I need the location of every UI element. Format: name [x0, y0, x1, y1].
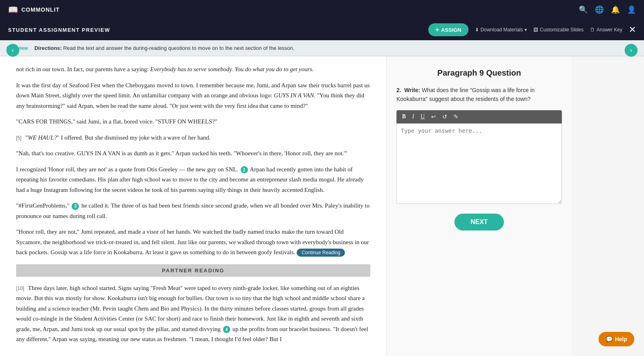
chevron-down-icon: ▾: [524, 27, 527, 33]
paragraph-nah: "Nah, that's too creative. GUYS IN A VAN…: [16, 148, 370, 159]
download-materials-button[interactable]: ⬇ Download Materials ▾: [475, 27, 527, 33]
paragraph-cars: "CARS FOR THINGS," said Jumi, in a flat,…: [16, 117, 370, 127]
slides-icon: 🖼: [533, 27, 538, 33]
question-body: 2. Write: What does the line "Gossip was…: [396, 86, 562, 104]
text-content: not rich in our town. In fact, our paren…: [16, 64, 370, 345]
globe-icon[interactable]: 🌐: [595, 5, 604, 14]
redo-button[interactable]: ↺: [441, 113, 449, 121]
search-icon[interactable]: 🔍: [579, 5, 588, 14]
book-icon: 📖: [8, 5, 18, 14]
main-layout: not rich in our town. In fact, our paren…: [0, 56, 644, 356]
download-icon: ⬇: [475, 27, 479, 33]
directions-bar: Overview Directions: Read the text and a…: [0, 40, 644, 56]
annotation-badge-3[interactable]: 3: [72, 203, 79, 210]
top-navigation: 📖 COMMONLIT 🔍 🌐 🔔 👤: [0, 0, 644, 19]
annotation-badge-4[interactable]: 4: [223, 326, 230, 333]
paragraph-10: [10] Three days later, high school start…: [16, 283, 370, 345]
customizable-slides-button[interactable]: 🖼 Customizable Slides: [533, 27, 584, 33]
close-button[interactable]: ✕: [629, 25, 636, 35]
help-icon: 💬: [606, 336, 613, 342]
undo-button[interactable]: ↩: [429, 113, 438, 121]
continue-reading-button[interactable]: Continue Reading: [297, 249, 345, 257]
logo-text: COMMONLIT: [21, 6, 60, 13]
paragraph-otis: I recognized 'Honor roll, they are not' …: [16, 165, 370, 195]
assignment-bar: STUDENT ASSIGNMENT PREVIEW ASSIGN ⬇ Down…: [0, 19, 644, 40]
assign-button[interactable]: ASSIGN: [428, 23, 469, 36]
page-title: STUDENT ASSIGNMENT PREVIEW: [8, 27, 110, 33]
logo-area: 📖 COMMONLIT: [8, 5, 60, 14]
user-icon[interactable]: 👤: [627, 5, 636, 14]
highlight-toolbar-button[interactable]: ✎: [452, 113, 460, 121]
editor-toolbar: B I U ↩ ↺ ✎: [396, 110, 562, 123]
answer-input[interactable]: [396, 123, 562, 204]
reading-panel: not rich in our town. In fact, our paren…: [0, 56, 386, 356]
paragraph-intro: not rich in our town. In fact, our paren…: [16, 64, 370, 75]
question-panel: Paragraph 9 Question 2. Write: What does…: [386, 56, 572, 356]
paragraph-firstgen: "#FirstGenProblems," 3 he called it. The…: [16, 201, 370, 221]
italic-button[interactable]: I: [411, 113, 416, 121]
annotation-badge-2[interactable]: 2: [241, 166, 248, 173]
paragraph-5: [5] "WE HAUL?" I offered. But she dismis…: [16, 133, 370, 143]
paragraph-seafood: It was the first day of Seafood Fest whe…: [16, 80, 370, 111]
key-icon: 🗒: [590, 27, 595, 33]
nav-icons: 🔍 🌐 🔔 👤: [579, 5, 636, 14]
next-button[interactable]: NEXT: [454, 214, 504, 230]
next-arrow-button[interactable]: ›: [625, 44, 638, 57]
question-number: 2.: [396, 87, 401, 93]
help-button[interactable]: 💬 Help: [599, 332, 634, 346]
help-label: Help: [615, 336, 627, 342]
question-label: Write:: [405, 87, 420, 93]
directions-text: Directions: Read the text and answer the…: [34, 45, 294, 51]
paragraph-honor: "Honor roll, they are not," Jumi repeate…: [16, 227, 370, 258]
toolbar-actions: ASSIGN ⬇ Download Materials ▾ 🖼 Customiz…: [428, 23, 636, 36]
underline-button[interactable]: U: [419, 113, 426, 121]
bold-button[interactable]: B: [400, 113, 407, 121]
answer-key-button[interactable]: 🗒 Answer Key: [590, 27, 622, 33]
bell-icon[interactable]: 🔔: [611, 5, 620, 14]
section-divider: PARTNER READING: [16, 264, 370, 277]
question-title: Paragraph 9 Question: [438, 68, 521, 78]
prev-arrow-button[interactable]: ‹: [6, 44, 19, 57]
